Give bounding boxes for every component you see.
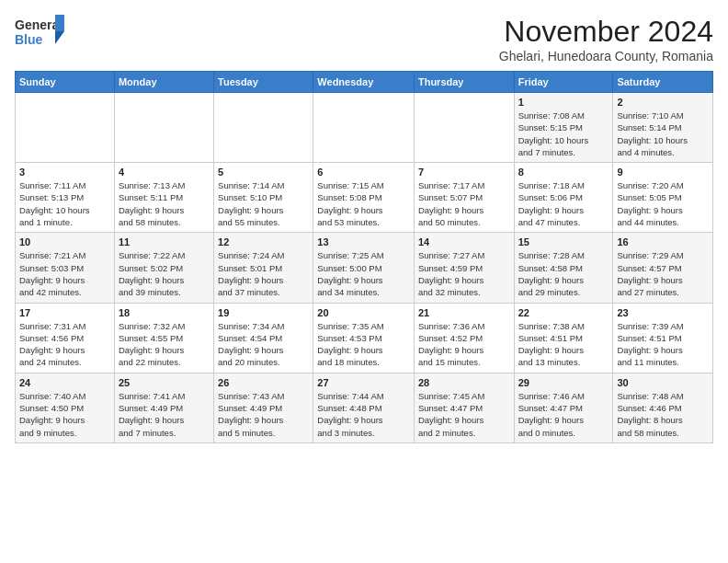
header-cell-friday: Friday (514, 72, 613, 93)
day-info: Sunrise: 7:46 AM Sunset: 4:47 PM Dayligh… (518, 390, 609, 439)
day-cell: 8Sunrise: 7:18 AM Sunset: 5:06 PM Daylig… (514, 163, 613, 233)
day-info: Sunrise: 7:43 AM Sunset: 4:49 PM Dayligh… (218, 390, 309, 439)
day-number: 22 (518, 307, 609, 318)
day-cell (214, 93, 313, 163)
logo: GeneralBlue (15, 15, 70, 53)
week-row-1: 1Sunrise: 7:08 AM Sunset: 5:15 PM Daylig… (16, 93, 713, 163)
day-info: Sunrise: 7:18 AM Sunset: 5:06 PM Dayligh… (518, 179, 609, 228)
calendar-body: 1Sunrise: 7:08 AM Sunset: 5:15 PM Daylig… (16, 93, 713, 443)
day-cell: 27Sunrise: 7:44 AM Sunset: 4:48 PM Dayli… (313, 373, 415, 442)
day-info: Sunrise: 7:32 AM Sunset: 4:55 PM Dayligh… (119, 320, 210, 369)
day-cell: 22Sunrise: 7:38 AM Sunset: 4:51 PM Dayli… (514, 303, 613, 373)
day-number: 18 (119, 307, 210, 318)
day-cell (16, 93, 115, 163)
day-number: 29 (518, 377, 609, 388)
day-cell: 10Sunrise: 7:21 AM Sunset: 5:03 PM Dayli… (16, 233, 115, 303)
day-cell: 18Sunrise: 7:32 AM Sunset: 4:55 PM Dayli… (114, 303, 213, 373)
day-number: 24 (19, 377, 110, 388)
day-cell: 23Sunrise: 7:39 AM Sunset: 4:51 PM Dayli… (613, 303, 713, 373)
day-info: Sunrise: 7:10 AM Sunset: 5:14 PM Dayligh… (617, 109, 709, 158)
week-row-4: 17Sunrise: 7:31 AM Sunset: 4:56 PM Dayli… (16, 303, 713, 373)
day-number: 5 (218, 167, 309, 178)
day-info: Sunrise: 7:27 AM Sunset: 4:59 PM Dayligh… (418, 249, 510, 298)
day-info: Sunrise: 7:45 AM Sunset: 4:47 PM Dayligh… (418, 390, 510, 439)
week-row-5: 24Sunrise: 7:40 AM Sunset: 4:50 PM Dayli… (16, 373, 713, 442)
day-info: Sunrise: 7:28 AM Sunset: 4:58 PM Dayligh… (518, 249, 609, 298)
day-cell: 16Sunrise: 7:29 AM Sunset: 4:57 PM Dayli… (613, 233, 713, 303)
day-cell: 1Sunrise: 7:08 AM Sunset: 5:15 PM Daylig… (514, 93, 613, 163)
day-info: Sunrise: 7:40 AM Sunset: 4:50 PM Dayligh… (19, 390, 110, 439)
day-number: 16 (617, 236, 709, 247)
calendar-header: SundayMondayTuesdayWednesdayThursdayFrid… (16, 72, 713, 93)
day-number: 19 (218, 307, 309, 318)
day-cell: 4Sunrise: 7:13 AM Sunset: 5:11 PM Daylig… (114, 163, 213, 233)
logo-svg: GeneralBlue (15, 15, 70, 53)
day-cell (313, 93, 415, 163)
day-cell: 30Sunrise: 7:48 AM Sunset: 4:46 PM Dayli… (613, 373, 713, 442)
day-info: Sunrise: 7:38 AM Sunset: 4:51 PM Dayligh… (518, 320, 609, 369)
day-cell: 17Sunrise: 7:31 AM Sunset: 4:56 PM Dayli… (16, 303, 115, 373)
day-info: Sunrise: 7:20 AM Sunset: 5:05 PM Dayligh… (617, 179, 709, 228)
title-block: November 2024 Ghelari, Hunedoara County,… (499, 15, 713, 63)
day-cell: 9Sunrise: 7:20 AM Sunset: 5:05 PM Daylig… (613, 163, 713, 233)
day-info: Sunrise: 7:41 AM Sunset: 4:49 PM Dayligh… (119, 390, 210, 439)
day-info: Sunrise: 7:34 AM Sunset: 4:54 PM Dayligh… (218, 320, 309, 369)
header-cell-tuesday: Tuesday (214, 72, 313, 93)
day-number: 3 (19, 167, 110, 178)
day-info: Sunrise: 7:24 AM Sunset: 5:01 PM Dayligh… (218, 249, 309, 298)
day-number: 17 (19, 307, 110, 318)
day-cell: 24Sunrise: 7:40 AM Sunset: 4:50 PM Dayli… (16, 373, 115, 442)
day-info: Sunrise: 7:21 AM Sunset: 5:03 PM Dayligh… (19, 249, 110, 298)
day-number: 6 (317, 167, 410, 178)
day-number: 23 (617, 307, 709, 318)
calendar-table: SundayMondayTuesdayWednesdayThursdayFrid… (15, 71, 713, 443)
day-number: 15 (518, 236, 609, 247)
day-cell: 11Sunrise: 7:22 AM Sunset: 5:02 PM Dayli… (114, 233, 213, 303)
day-number: 25 (119, 377, 210, 388)
day-number: 10 (19, 236, 110, 247)
week-row-2: 3Sunrise: 7:11 AM Sunset: 5:13 PM Daylig… (16, 163, 713, 233)
day-cell: 12Sunrise: 7:24 AM Sunset: 5:01 PM Dayli… (214, 233, 313, 303)
day-number: 28 (418, 377, 510, 388)
day-info: Sunrise: 7:44 AM Sunset: 4:48 PM Dayligh… (317, 390, 410, 439)
day-number: 1 (518, 97, 609, 108)
day-cell: 25Sunrise: 7:41 AM Sunset: 4:49 PM Dayli… (114, 373, 213, 442)
day-info: Sunrise: 7:11 AM Sunset: 5:13 PM Dayligh… (19, 179, 110, 228)
day-info: Sunrise: 7:35 AM Sunset: 4:53 PM Dayligh… (317, 320, 410, 369)
day-info: Sunrise: 7:08 AM Sunset: 5:15 PM Dayligh… (518, 109, 609, 158)
day-cell: 28Sunrise: 7:45 AM Sunset: 4:47 PM Dayli… (414, 373, 514, 442)
day-cell: 7Sunrise: 7:17 AM Sunset: 5:07 PM Daylig… (414, 163, 514, 233)
day-info: Sunrise: 7:29 AM Sunset: 4:57 PM Dayligh… (617, 249, 709, 298)
day-info: Sunrise: 7:15 AM Sunset: 5:08 PM Dayligh… (317, 179, 410, 228)
day-info: Sunrise: 7:14 AM Sunset: 5:10 PM Dayligh… (218, 179, 309, 228)
day-number: 4 (119, 167, 210, 178)
page-header: GeneralBlue November 2024 Ghelari, Huned… (15, 15, 713, 63)
day-number: 21 (418, 307, 510, 318)
day-info: Sunrise: 7:22 AM Sunset: 5:02 PM Dayligh… (119, 249, 210, 298)
day-number: 11 (119, 236, 210, 247)
header-cell-saturday: Saturday (613, 72, 713, 93)
day-info: Sunrise: 7:36 AM Sunset: 4:52 PM Dayligh… (418, 320, 510, 369)
header-cell-sunday: Sunday (16, 72, 115, 93)
svg-marker-2 (55, 15, 64, 31)
day-cell: 21Sunrise: 7:36 AM Sunset: 4:52 PM Dayli… (414, 303, 514, 373)
day-cell: 2Sunrise: 7:10 AM Sunset: 5:14 PM Daylig… (613, 93, 713, 163)
day-info: Sunrise: 7:39 AM Sunset: 4:51 PM Dayligh… (617, 320, 709, 369)
day-cell (414, 93, 514, 163)
svg-marker-3 (55, 31, 64, 44)
day-number: 30 (617, 377, 709, 388)
day-number: 14 (418, 236, 510, 247)
day-info: Sunrise: 7:31 AM Sunset: 4:56 PM Dayligh… (19, 320, 110, 369)
day-cell: 5Sunrise: 7:14 AM Sunset: 5:10 PM Daylig… (214, 163, 313, 233)
day-number: 13 (317, 236, 410, 247)
day-cell: 14Sunrise: 7:27 AM Sunset: 4:59 PM Dayli… (414, 233, 514, 303)
header-cell-thursday: Thursday (414, 72, 514, 93)
day-number: 8 (518, 167, 609, 178)
day-number: 2 (617, 97, 709, 108)
day-cell: 26Sunrise: 7:43 AM Sunset: 4:49 PM Dayli… (214, 373, 313, 442)
day-cell (114, 93, 213, 163)
day-info: Sunrise: 7:17 AM Sunset: 5:07 PM Dayligh… (418, 179, 510, 228)
main-title: November 2024 (499, 15, 713, 49)
day-cell: 13Sunrise: 7:25 AM Sunset: 5:00 PM Dayli… (313, 233, 415, 303)
day-cell: 6Sunrise: 7:15 AM Sunset: 5:08 PM Daylig… (313, 163, 415, 233)
